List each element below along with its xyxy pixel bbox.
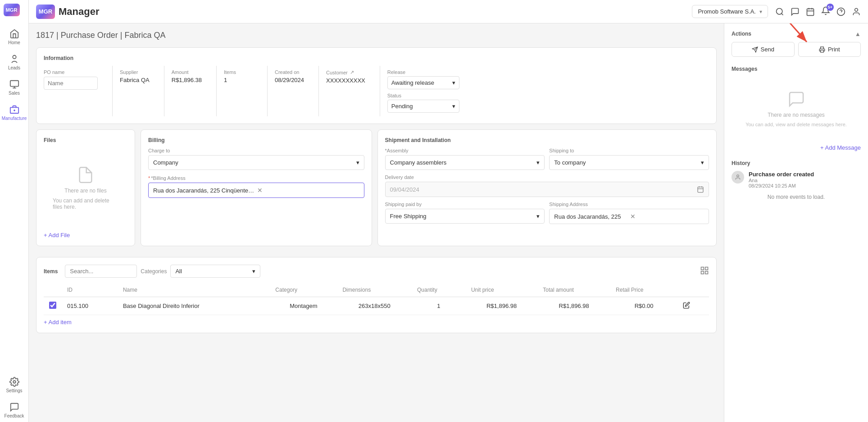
notifications-badge[interactable]: 5+: [821, 6, 830, 17]
table-col-actions: [677, 283, 709, 297]
billing-address-group: *Billing Address Rua dos Jacarandás, 225…: [148, 175, 364, 198]
info-divider-6: [380, 66, 380, 116]
assembly-group: *Assembly Company assemblers ▾: [385, 148, 545, 170]
table-col-checkbox: [44, 283, 62, 297]
categories-label: Categories: [141, 268, 167, 275]
actions-title: Actions ▲: [732, 31, 861, 37]
history-timestamp: 08/29/2024 10:25 AM: [749, 183, 861, 188]
table-col-name: Name: [118, 283, 270, 297]
print-icon: [819, 46, 825, 53]
sidebar-item-sales[interactable]: Sales: [2, 76, 27, 99]
categories-dropdown[interactable]: All ▾: [170, 265, 260, 278]
header-right: Promob Software S.A. ▾ 5+: [692, 5, 861, 18]
svg-rect-24: [701, 271, 704, 274]
add-file-link[interactable]: + Add File: [44, 232, 127, 239]
row-name: Base Diagonal Direito Inferior: [118, 297, 270, 315]
info-divider-1: [112, 66, 113, 116]
release-chevron: ▾: [452, 79, 455, 86]
po-name-input[interactable]: [44, 77, 98, 90]
shipping-address-clear-icon[interactable]: ✕: [630, 213, 704, 220]
manufacture-icon: [9, 105, 19, 115]
table-col-dimensions: Dimensions: [337, 283, 412, 297]
sidebar-item-feedback[interactable]: Feedback: [2, 399, 27, 422]
charge-to-label: Charge to: [148, 148, 364, 153]
items-controls: Items Categories All ▾: [44, 265, 260, 278]
table-col-quantity: Quantity: [412, 283, 466, 297]
info-divider-5: [318, 66, 319, 116]
sidebar-item-manufacture-label: Manufacture: [2, 116, 27, 121]
print-button[interactable]: Print: [798, 42, 861, 57]
send-button[interactable]: Send: [732, 42, 795, 57]
actions-collapse-button[interactable]: ▲: [855, 31, 861, 37]
release-field: Release Awaiting release ▾: [387, 69, 459, 89]
billing-address-clear-icon[interactable]: ✕: [257, 187, 359, 194]
categories-chevron: ▾: [252, 268, 255, 275]
billing-address-field[interactable]: Rua dos Jacarandás, 225 Cinqüentenário 9…: [148, 183, 364, 198]
user-icon[interactable]: [852, 7, 861, 16]
shipping-address-value: Rua dos Jacarandás, 225: [554, 213, 628, 220]
shipping-address-field[interactable]: Rua dos Jacarandás, 225 ✕: [549, 209, 709, 224]
assembly-dropdown[interactable]: Company assemblers ▾: [385, 155, 545, 170]
delivery-date-field[interactable]: 09/04/2024: [385, 182, 709, 197]
sidebar-item-manufacture[interactable]: Manufacture: [2, 101, 27, 124]
company-selector[interactable]: Promob Software S.A. ▾: [692, 5, 768, 18]
history-section: History Purchase order created Ana 08/29…: [732, 160, 861, 200]
sidebar-item-home[interactable]: Home: [2, 25, 27, 49]
items-search-input[interactable]: [65, 265, 137, 278]
items-cell: Items 1: [224, 66, 260, 116]
chat-icon[interactable]: [791, 7, 800, 16]
billing-address-label: *Billing Address: [148, 175, 364, 181]
search-icon[interactable]: [775, 7, 784, 16]
actions-section: Actions ▲: [732, 31, 861, 57]
top-header: MGR Manager Promob Software S.A. ▾ 5+: [29, 0, 868, 23]
send-icon: [752, 46, 758, 53]
feedback-icon: [9, 402, 19, 412]
sidebar-item-settings[interactable]: Settings: [2, 373, 27, 397]
po-name-label: PO name: [44, 69, 98, 75]
release-select[interactable]: Awaiting release ▾: [387, 76, 459, 89]
svg-point-7: [13, 381, 16, 383]
row-edit-cell[interactable]: [677, 297, 709, 315]
svg-rect-21: [701, 267, 704, 270]
billing-section-title: Billing: [148, 137, 364, 143]
shipping-paid-value: Free Shipping: [390, 213, 427, 220]
release-status-cell: Release Awaiting release ▾ Status Pendin…: [387, 66, 467, 116]
help-icon[interactable]: [836, 7, 845, 16]
shipping-to-dropdown[interactable]: To company ▾: [549, 155, 709, 170]
files-empty-title: There are no files: [64, 188, 106, 194]
files-empty-sub: You can add and delete files here.: [53, 197, 118, 210]
calendar-icon[interactable]: [806, 7, 815, 16]
table-col-total: Total amount: [537, 283, 610, 297]
page-title-separator2: |: [120, 31, 125, 40]
customer-cell: Customer ↗ XXXXXXXXXX: [326, 66, 373, 116]
shipping-paid-dropdown[interactable]: Free Shipping ▾: [385, 209, 545, 224]
sidebar-item-settings-label: Settings: [6, 388, 22, 393]
billing-address-value: Rua dos Jacarandás, 225 Cinqüentenário 9…: [153, 187, 255, 194]
row-retail-price: R$0.00: [610, 297, 677, 315]
row-checkbox-cell[interactable]: [44, 297, 62, 315]
info-divider-4: [267, 66, 268, 116]
row-checkbox[interactable]: [49, 302, 56, 309]
status-field: Status Pending ▾: [387, 93, 459, 113]
logo-text: MGR: [6, 7, 18, 13]
svg-rect-22: [705, 267, 708, 270]
grid-view-icon[interactable]: [700, 266, 709, 276]
main-area: MGR Manager Promob Software S.A. ▾ 5+: [29, 0, 868, 422]
add-item-link[interactable]: + Add item: [44, 319, 709, 326]
ext-link-icon[interactable]: ↗: [350, 69, 354, 75]
add-message-link[interactable]: + Add Message: [732, 144, 861, 151]
header-icons: 5+: [775, 6, 861, 17]
files-section-title: Files: [44, 137, 127, 143]
table-row: 015.100 Base Diagonal Direito Inferior M…: [44, 297, 709, 315]
charge-to-dropdown[interactable]: Company ▾: [148, 155, 364, 170]
history-avatar: [732, 171, 744, 183]
svg-rect-17: [698, 187, 703, 193]
header-left: MGR Manager: [36, 5, 99, 19]
release-label: Release: [387, 69, 459, 75]
page-title-company: Fabrica QA: [125, 31, 166, 40]
sidebar-item-leads[interactable]: Leads: [2, 50, 27, 74]
charge-to-value: Company: [153, 159, 178, 166]
customer-value: XXXXXXXXXX: [326, 77, 365, 84]
status-select[interactable]: Pending ▾: [387, 100, 459, 113]
app-title: Manager: [59, 6, 99, 18]
